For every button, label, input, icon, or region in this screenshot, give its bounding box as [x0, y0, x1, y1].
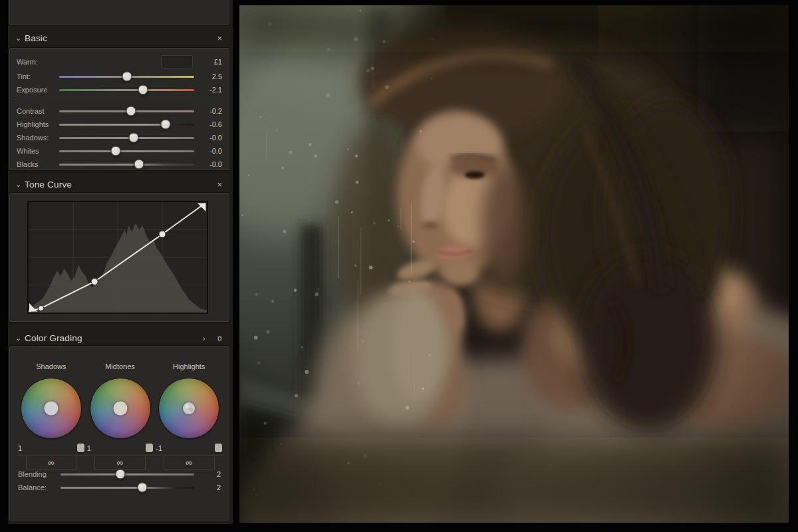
midtones-wheel-column: Midtones 1 ∞: [86, 362, 155, 469]
shadows-slider-knob[interactable]: [128, 133, 138, 143]
basic-panel-header[interactable]: ⌄ Basic ×: [9, 31, 229, 45]
tone-curve-panel-header[interactable]: ⌄ Tone Curve ×: [9, 177, 229, 192]
blacks-slider-track[interactable]: [59, 164, 194, 166]
photo-illustration: [239, 5, 789, 523]
balance-value: 2: [209, 483, 221, 491]
infinity-icon: ∞: [186, 458, 192, 467]
top-shade: [239, 5, 789, 52]
balance-slider-row: Balance: 2: [18, 482, 221, 493]
color-grading-panel: Shadows 1 ∞ Midtones: [9, 346, 229, 521]
shadows-slider-row: Shadows: -0.0: [17, 131, 222, 144]
balance-slider-knob[interactable]: [137, 483, 147, 493]
contrast-slider-track[interactable]: [59, 110, 194, 112]
color-wheels-grid: Shadows 1 ∞ Midtones: [17, 362, 223, 469]
tint-value: 2.5: [201, 72, 222, 80]
midtones-link-button[interactable]: ∞: [94, 456, 146, 469]
close-icon[interactable]: ×: [217, 33, 222, 43]
highlights-wheel-column: Highlights -1 ∞: [154, 362, 223, 469]
bottom-shade: [239, 438, 789, 523]
tone-curve-chart[interactable]: [29, 202, 207, 313]
collapse-chevron-icon[interactable]: ⌄: [15, 180, 25, 189]
midtones-wheel-knob[interactable]: [113, 402, 127, 416]
balance-label: Balance:: [18, 483, 61, 491]
midtones-luminance-swatch[interactable]: [146, 444, 153, 452]
whites-label: Whites: [17, 147, 59, 155]
midtones-amount-value: 1: [87, 444, 91, 452]
exposure-slider-track[interactable]: [59, 89, 194, 91]
shadows-amount-value: 1: [18, 444, 22, 452]
blacks-value: -0.0: [201, 160, 222, 168]
infinity-icon: ∞: [48, 458, 54, 467]
contrast-slider-knob[interactable]: [126, 106, 136, 116]
highlights-slider-knob[interactable]: [161, 120, 171, 130]
highlights-color-wheel[interactable]: [158, 378, 219, 439]
shadows-value: -0.0: [201, 134, 222, 142]
photo-canvas: [239, 5, 789, 523]
exposure-slider-knob[interactable]: [138, 85, 148, 95]
shadows-wheel-knob[interactable]: [44, 402, 58, 416]
shadows-amount-row: 1: [17, 444, 86, 452]
whites-slider-track[interactable]: [59, 150, 194, 152]
midtones-wheel-label: Midtones: [105, 362, 135, 370]
photo-editor-window: ⌄ Basic × Warm: £1 Tint: 2.5 Exposure: [0, 0, 798, 532]
tone-curve-svg: [29, 202, 207, 313]
blacks-slider-row: Blacks -0.0: [17, 158, 222, 171]
highlights-wheel-knob[interactable]: [183, 402, 195, 414]
contrast-slider-row: Contrast -0.2: [17, 104, 222, 118]
top-partial-panel: [9, 0, 229, 25]
tint-slider-track[interactable]: [59, 76, 194, 78]
blacks-label: Blacks: [17, 160, 59, 168]
highlights-value: -0.6: [201, 120, 222, 128]
highlights-link-button[interactable]: ∞: [164, 456, 215, 469]
color-grading-panel-header[interactable]: ⌄ Color Grading › ¤: [9, 331, 229, 345]
pin-icon[interactable]: ¤: [217, 333, 222, 343]
adjustments-sidebar: ⌄ Basic × Warm: £1 Tint: 2.5 Exposure: [8, 0, 233, 524]
midtones-color-wheel[interactable]: [90, 378, 151, 439]
section-divider: [14, 100, 225, 101]
shadows-link-button[interactable]: ∞: [26, 456, 77, 469]
highlights-luminance-swatch[interactable]: [215, 444, 222, 452]
tint-slider-row: Tint: 2.5: [17, 70, 222, 83]
blending-slider-knob[interactable]: [116, 469, 126, 479]
tint-slider-knob[interactable]: [122, 72, 132, 82]
shadows-link-row: ∞: [17, 456, 86, 469]
highlights-label: Highlights: [17, 120, 59, 128]
whites-slider-row: Whites -0.0: [17, 144, 222, 158]
midtones-link-row: ∞: [86, 456, 155, 469]
expand-chevron-icon[interactable]: ›: [202, 333, 205, 343]
blending-slider-track[interactable]: [61, 473, 194, 475]
warm-value: £1: [201, 58, 222, 66]
balance-slider-track[interactable]: [61, 487, 194, 489]
blending-value: 2: [209, 470, 221, 478]
tone-curve-panel: [9, 193, 229, 322]
shadows-luminance-swatch[interactable]: [77, 444, 84, 452]
highlights-slider-row: Highlights -0.6: [17, 118, 222, 131]
tint-label: Tint:: [17, 72, 59, 80]
whites-slider-knob[interactable]: [111, 146, 121, 156]
contrast-label: Contrast: [17, 107, 59, 115]
collapse-chevron-icon[interactable]: ⌄: [15, 334, 25, 342]
exposure-label: Exposure: [17, 86, 59, 94]
tone-curve-panel-title: Tone Curve: [25, 180, 72, 190]
shadows-color-wheel[interactable]: [21, 378, 82, 439]
exposure-slider-row: Exposure -2.1: [17, 83, 222, 96]
highlights-slider-track[interactable]: [59, 124, 194, 126]
highlights-amount-row: -1: [154, 444, 223, 452]
color-grading-panel-title: Color Grading: [25, 333, 82, 343]
shadows-wheel-label: Shadows: [36, 362, 66, 370]
close-icon[interactable]: ×: [217, 180, 222, 190]
blending-slider-row: Blending 2: [18, 469, 221, 479]
highlights-wheel-label: Highlights: [173, 362, 205, 370]
basic-panel: Warm: £1 Tint: 2.5 Exposure -2.1: [9, 48, 229, 170]
highlights-amount-value: -1: [156, 444, 162, 452]
shadows-label: Shadows:: [17, 134, 59, 142]
warm-color-swatch[interactable]: [161, 55, 193, 68]
blending-label: Blending: [18, 470, 61, 478]
shadows-slider-track[interactable]: [59, 137, 194, 139]
basic-panel-title: Basic: [25, 33, 47, 43]
warm-row: Warm: £1: [17, 54, 222, 70]
collapse-chevron-icon[interactable]: ⌄: [15, 34, 25, 43]
contrast-value: -0.2: [201, 107, 222, 115]
blacks-slider-knob[interactable]: [134, 160, 144, 170]
shadows-wheel-column: Shadows 1 ∞: [17, 362, 86, 469]
